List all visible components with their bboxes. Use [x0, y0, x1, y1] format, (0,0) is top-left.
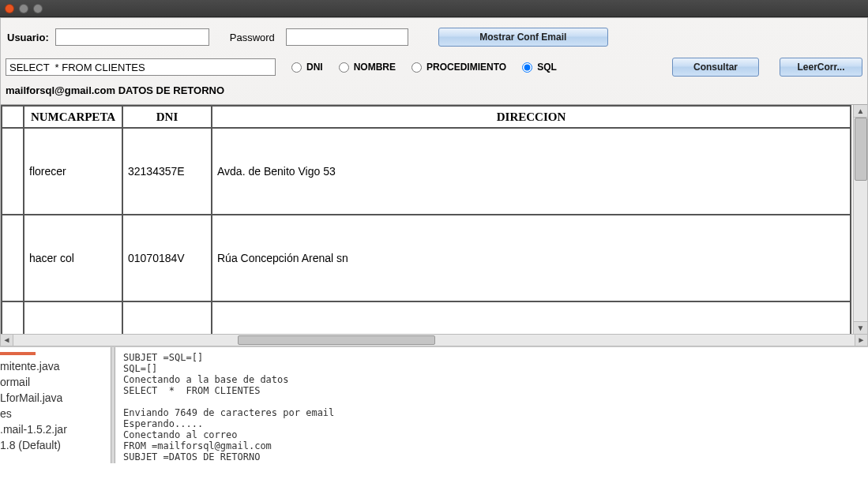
scroll-down-icon[interactable]: ▼	[854, 321, 867, 334]
status-line: mailforsql@gmail.com DATOS DE RETORNO	[1, 81, 867, 104]
table-header-row: NUMCARPETA DNI DIRECCION	[2, 106, 851, 128]
cell-dni: 32134357E	[122, 128, 212, 215]
usuario-input[interactable]	[55, 28, 209, 46]
mostrar-conf-email-button[interactable]: Mostrar Conf Email	[438, 28, 608, 47]
file-tree-pane[interactable]: mitente.java ormail LforMail.java es .ma…	[0, 347, 111, 463]
minimize-icon[interactable]	[19, 4, 28, 13]
cell-empty	[2, 215, 24, 301]
table-viewport[interactable]: NUMCARPETA DNI DIRECCION florecer 321343…	[1, 105, 851, 334]
table-row[interactable]: florecer 32134357E Avda. de Benito Vigo …	[2, 128, 851, 215]
radio-nombre-group: NOMBRE	[331, 62, 396, 73]
table-row[interactable]	[2, 301, 851, 334]
cell-numcarpeta: hacer col	[24, 215, 122, 301]
list-item[interactable]: 1.8 (Default)	[0, 437, 107, 453]
radio-sql[interactable]	[522, 62, 532, 73]
cell-dni: 01070184V	[122, 215, 212, 301]
cell-direccion	[212, 301, 851, 334]
leer-correo-button[interactable]: LeerCorr...	[780, 58, 862, 77]
header-direccion: DIRECCION	[212, 106, 851, 128]
radio-nombre[interactable]	[339, 62, 349, 73]
password-input[interactable]	[286, 28, 408, 46]
results-table: NUMCARPETA DNI DIRECCION florecer 321343…	[1, 105, 851, 334]
radio-procedimiento[interactable]	[411, 62, 422, 73]
list-item[interactable]: ormail	[0, 374, 107, 390]
scroll-up-icon[interactable]: ▲	[854, 105, 867, 118]
console-output[interactable]: SUBJET =SQL=[] SQL=[] Conectando a la ba…	[115, 347, 868, 463]
password-label: Password	[230, 32, 275, 43]
radio-sql-group: SQL	[514, 62, 557, 73]
table-row[interactable]: hacer col 01070184V Rúa Concepción Arena…	[2, 215, 851, 301]
maximize-icon[interactable]	[33, 4, 43, 13]
hscroll-thumb[interactable]	[238, 335, 435, 345]
list-item[interactable]: LforMail.java	[0, 390, 107, 406]
radio-procedimiento-group: PROCEDIMIENTO	[404, 62, 506, 73]
list-item[interactable]: .mail-1.5.2.jar	[0, 421, 107, 437]
credentials-row: Usuario: Password Mostrar Conf Email	[1, 18, 867, 53]
radio-dni-label: DNI	[306, 62, 323, 73]
list-item[interactable]: mitente.java	[0, 358, 107, 374]
main-panel: Usuario: Password Mostrar Conf Email DNI…	[0, 17, 868, 346]
horizontal-scrollbar[interactable]: ◄ ►	[1, 334, 867, 346]
cell-dni	[122, 301, 212, 334]
cell-direccion: Avda. de Benito Vigo 53	[212, 128, 851, 215]
radio-procedimiento-label: PROCEDIMIENTO	[426, 62, 506, 73]
list-item[interactable]: es	[0, 406, 107, 421]
ide-bottom-area: mitente.java ormail LforMail.java es .ma…	[0, 346, 868, 463]
cell-empty	[2, 301, 24, 334]
close-icon[interactable]	[5, 4, 14, 13]
marker-icon	[0, 352, 36, 355]
window-titlebar	[0, 0, 868, 17]
consultar-button[interactable]: Consultar	[672, 58, 759, 77]
sql-input[interactable]	[6, 58, 276, 76]
results-table-area: NUMCARPETA DNI DIRECCION florecer 321343…	[1, 104, 867, 346]
cell-empty	[2, 128, 24, 215]
usuario-label: Usuario:	[7, 32, 49, 43]
vertical-scrollbar[interactable]: ▲ ▼	[853, 105, 867, 334]
cell-numcarpeta	[24, 301, 122, 334]
vscroll-thumb[interactable]	[855, 118, 867, 181]
scroll-left-icon[interactable]: ◄	[1, 335, 13, 346]
radio-nombre-label: NOMBRE	[354, 62, 396, 73]
header-dni: DNI	[122, 106, 212, 128]
query-row: DNI NOMBRE PROCEDIMIENTO SQL Consultar L…	[1, 53, 867, 81]
radio-sql-label: SQL	[537, 62, 557, 73]
radio-dni[interactable]	[291, 62, 302, 73]
cell-numcarpeta: florecer	[24, 128, 122, 215]
cell-direccion: Rúa Concepción Arenal sn	[212, 215, 851, 301]
radio-dni-group: DNI	[284, 62, 323, 73]
scroll-right-icon[interactable]: ►	[855, 335, 867, 346]
header-numcarpeta: NUMCARPETA	[24, 106, 122, 128]
header-empty	[2, 106, 24, 128]
